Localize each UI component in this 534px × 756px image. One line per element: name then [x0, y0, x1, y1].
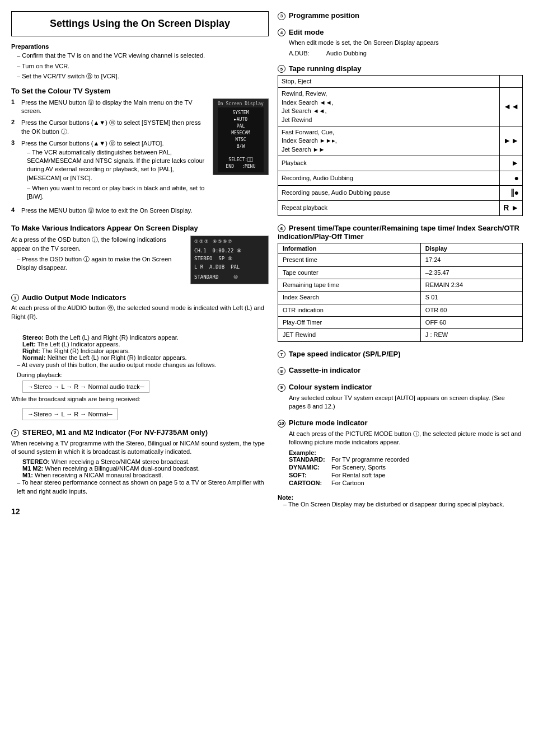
- info-row-2: Remaining tape time REMAIN 2:34: [278, 279, 523, 291]
- edit-mode-heading: 4 Edit mode: [278, 28, 523, 37]
- info-display-6: J : REW: [420, 329, 522, 341]
- stereo-label: Stereo:: [22, 334, 44, 341]
- info-display-4: OTR 60: [420, 304, 522, 316]
- sm-m1m2-row: M1 M2: When receiving a Bilingual/NICAM …: [22, 465, 269, 472]
- tape-running-heading: 5 Tape running display: [278, 64, 523, 73]
- tape-row-0: Stop, Eject: [278, 76, 523, 88]
- left-text: The Left (L) Indicator appears.: [38, 341, 120, 348]
- info-display-0: 17:24: [420, 254, 522, 266]
- picture-mode-section: 10 Picture mode indicator At each press …: [278, 419, 523, 486]
- colour-system-text: Any selected colour TV system except [AU…: [278, 394, 523, 411]
- example-row-3: CARTOON: For Cartoon: [289, 480, 523, 486]
- info-row-1: Tape counter –2:35.47: [278, 266, 523, 279]
- osd-line-ntsc: NTSC: [220, 137, 261, 143]
- info-info-5: Play-Off Timer: [278, 317, 421, 329]
- ind-display-line1: CH.1 0:00.22 ⑧: [194, 247, 265, 255]
- colour-system-section: 9 Colour system indicator Any selected c…: [278, 383, 523, 411]
- audio-note-list: At every push of this button, the audio …: [11, 361, 269, 369]
- info-row-4: OTR indication OTR 60: [278, 304, 523, 316]
- tape-speed-circle: 7: [278, 350, 285, 358]
- tape-speed-heading: 7 Tape speed indicator (SP/LP/EP): [278, 350, 523, 359]
- step-3-sub-2: When you want to record or play back in …: [21, 184, 207, 201]
- info-info-1: Tape counter: [278, 266, 421, 279]
- tape-speed-section: 7 Tape speed indicator (SP/LP/EP): [278, 350, 523, 359]
- left-label: Left:: [22, 341, 36, 348]
- info-display-1: –2:35.47: [420, 266, 522, 279]
- stereo-m1-intro: When receiving a TV programme with the S…: [11, 439, 269, 457]
- ind-display-line3: L R A.DUB PAL: [194, 263, 265, 271]
- tape-table-body: Stop, Eject Rewind, Review,Index Search …: [278, 76, 523, 216]
- pic-mode-circle: 10: [278, 420, 285, 428]
- tape-text-3: Playback: [278, 156, 500, 171]
- cassette-in-heading: 8 Cassette-in indicator: [278, 366, 523, 375]
- preparations-heading: Preparations: [11, 43, 269, 50]
- tape-speed-heading-text: Tape speed indicator (SP/LP/EP): [289, 350, 401, 358]
- osd-line-end: END :MENU: [220, 163, 261, 170]
- colour-step-2: 2 Press the Cursor buttons (▲▼) ⓔ to sel…: [11, 119, 207, 136]
- sm-stereo-text: When receiving a Stereo/NICAM stereo bro…: [51, 458, 190, 465]
- info-table: Information Display Present time 17:24 T…: [278, 243, 523, 342]
- tape-row-1: Rewind, Review,Index Search ◄◄,Jet Searc…: [278, 88, 523, 126]
- present-circle: 6: [278, 224, 285, 232]
- step-3-subitems: The VCR automatically distinguishes betw…: [21, 148, 207, 201]
- edit-adub-row: A.DUB: Audio Dubbing: [289, 50, 523, 57]
- example-row-2: SOFT: For Rental soft tape: [289, 472, 523, 478]
- tape-row-5: Recording pause, Audio Dubbing pause ‖●: [278, 186, 523, 201]
- colour-tv-section: To Set the Colour TV System On Screen Di…: [11, 87, 269, 219]
- tape-running-table: Stop, Eject Rewind, Review,Index Search …: [278, 75, 523, 216]
- audio-heading-text: Audio Output Mode Indicators: [22, 293, 126, 302]
- osd-display-box: On Screen Display SYSTEM ►AUTO PAL MESEC…: [213, 98, 269, 175]
- tape-sym-0: [500, 76, 523, 88]
- step-4-text: Press the MENU button ⓖ twice to exit th…: [21, 206, 269, 215]
- ex-key-0: STANDARD:: [289, 456, 328, 463]
- tape-sym-2: ►►: [500, 126, 523, 156]
- colour-step-3: 3 Press the Cursor buttons (▲▼) ⓔ to sel…: [11, 139, 207, 203]
- stereo-circle-num: 2: [11, 429, 19, 437]
- programme-position-heading: 3 Programme position: [278, 11, 523, 20]
- osd-line-select: SELECT:⎕⎕: [220, 157, 261, 163]
- adub-label: A.DUB:: [289, 50, 310, 57]
- ind-display-line2: STEREO SP ⑨: [194, 255, 265, 262]
- ind-num-3: ③: [204, 238, 208, 246]
- info-row-3: Index Search S 01: [278, 292, 523, 304]
- colour-step-1: 1 Press the MENU button ⓖ to display the…: [11, 98, 207, 116]
- tape-sym-5: ‖●: [500, 186, 523, 201]
- edit-mode-content: When edit mode is set, the On Screen Dis…: [278, 39, 523, 56]
- audio-blank: [11, 323, 269, 332]
- edit-mode-text: When edit mode is set, the On Screen Dis…: [289, 39, 523, 47]
- stereo-m1-modes: STEREO: When receiving a Stereo/NICAM st…: [11, 458, 269, 478]
- left-column: Settings Using the On Screen Display Pre…: [11, 11, 269, 745]
- tape-text-2: Fast Forward, Cue,Index Search ►►▸,Jet S…: [278, 126, 500, 156]
- colour-step-4: 4 Press the MENU button ⓖ twice to exit …: [11, 206, 269, 215]
- ex-key-2: SOFT:: [289, 472, 328, 478]
- info-display-2: REMAIN 2:34: [420, 279, 522, 291]
- picture-mode-text: At each press of the PICTURE MODE button…: [278, 430, 523, 447]
- present-heading-text: Present time/Tape counter/Remaining tape…: [278, 224, 519, 241]
- audio-mode-right: Right: The Right (R) Indicator appears.: [22, 348, 269, 354]
- info-info-3: Index Search: [278, 292, 421, 304]
- audio-mode-left: Left: The Left (L) Indicator appears.: [22, 341, 269, 348]
- edit-circle: 4: [278, 29, 285, 36]
- example-row-0: STANDARD: For TV programme recorded: [289, 456, 523, 463]
- info-col1-header: Information: [278, 243, 421, 254]
- audio-mode-stereo: Stereo: Both the Left (L) and Right (R) …: [22, 334, 269, 341]
- prog-heading-text: Programme position: [289, 11, 359, 20]
- tape-sym-1: ◄◄: [500, 88, 523, 126]
- prep-item-3: Set the VCR/TV switch ⓐ to [VCR].: [11, 72, 269, 81]
- present-time-section: 6 Present time/Tape counter/Remaining ta…: [278, 224, 523, 342]
- example-heading: Example:: [289, 449, 523, 456]
- audio-circle-num: 1: [11, 294, 19, 302]
- info-info-2: Remaining tape time: [278, 279, 421, 291]
- adub-value: Audio Dubbing: [326, 50, 367, 57]
- picture-mode-heading: 10 Picture mode indicator: [278, 419, 523, 428]
- info-table-body: Present time 17:24 Tape counter –2:35.47…: [278, 254, 523, 342]
- step-3-num: 3: [11, 139, 18, 203]
- ind-num-2: ②: [199, 238, 203, 246]
- info-display-5: OFF 60: [420, 317, 522, 329]
- cassette-in-section: 8 Cassette-in indicator: [278, 366, 523, 375]
- normal-text: Neither the Left (L) nor Right (R) Indic…: [48, 354, 187, 361]
- audio-output-section: 1 Audio Output Mode Indicators At each p…: [11, 293, 269, 423]
- note-item-0: The On Screen Display may be disturbed o…: [278, 501, 523, 508]
- ex-val-3: For Cartoon: [331, 480, 364, 486]
- edit-heading-text: Edit mode: [289, 28, 324, 36]
